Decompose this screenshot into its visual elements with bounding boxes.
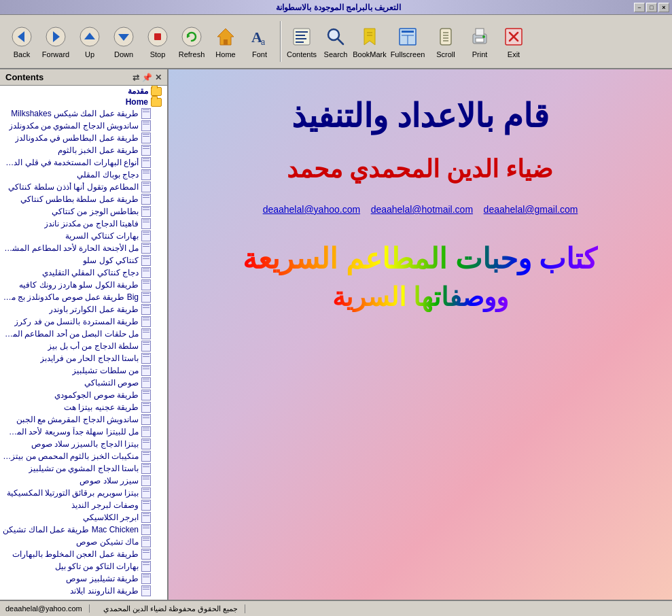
sidebar-item[interactable]: بيتزا سوبريم برقائق التورتيلا المكسيكية xyxy=(0,487,167,499)
back-button[interactable]: Back xyxy=(5,18,38,65)
sidebar-content[interactable]: مقدمةHomeطريقة عمل المك شيكس Milkshakesس… xyxy=(0,86,167,600)
forward-icon xyxy=(43,24,68,49)
svg-rect-19 xyxy=(296,38,306,39)
sidebar-item[interactable]: طريقة عمل الكوارتر باوندر xyxy=(0,303,167,315)
page-icon xyxy=(141,451,151,462)
page-icon xyxy=(141,304,151,315)
email2[interactable]: deaahelal@hotmail.com xyxy=(371,204,473,215)
page-icon xyxy=(141,524,151,535)
sidebar-item[interactable]: بطاطس الوجز من كنتاكي xyxy=(0,205,167,218)
scroll-button[interactable]: Scroll xyxy=(429,18,462,65)
sidebar-item[interactable]: من سلطات تشيلبيز xyxy=(0,364,167,377)
sidebar-item[interactable]: ساندويش الدجاج المشوي من مكدونلدز xyxy=(0,120,167,132)
sidebar-item[interactable]: طريقة المستردة بالنسل من فد ركرز xyxy=(0,315,167,328)
sidebar-item[interactable]: ساندويش الدجاج المقرمش مع الجبن xyxy=(0,413,167,426)
font-icon: A a xyxy=(247,24,272,49)
print-button[interactable]: Print xyxy=(463,18,496,65)
sidebar-item[interactable]: فاهيتا الدجاج من مكدنز ناندز xyxy=(0,218,167,230)
page-icon xyxy=(141,353,151,364)
search-label: Search xyxy=(324,50,348,58)
sidebar-item[interactable]: باستا الدجاج المشوي من تشيلبيز xyxy=(0,462,167,475)
main-title: قام بالاعداد والتنفيذ xyxy=(291,97,550,135)
sidebar-item[interactable]: مل حلقات البصل من أحد المطاعم المشهورة xyxy=(0,328,167,340)
sidebar-item[interactable]: Mac Chicken طريقة عمل الماك تشيكن xyxy=(0,524,167,536)
up-button[interactable]: Up xyxy=(73,18,106,65)
exit-button[interactable]: Exit xyxy=(497,18,530,65)
sidebar-item-label: سيزر سلاد صوص xyxy=(79,476,139,485)
sidebar-close-icon[interactable]: ✕ xyxy=(155,73,162,82)
sidebar-item[interactable]: سيزر سلاد صوص xyxy=(0,475,167,487)
window-controls[interactable]: − □ × xyxy=(634,3,669,12)
sidebar-item[interactable]: Home xyxy=(0,97,167,107)
sidebar-item[interactable]: دجاج كنتاكي المقلي التقليدي xyxy=(0,267,167,279)
close-button[interactable]: × xyxy=(658,3,669,12)
page-icon xyxy=(141,328,151,339)
sidebar-item[interactable]: مل للبيتزا سهلة جداً وسريعة لأحد المطاعم xyxy=(0,426,167,438)
sidebar-item-label: طريقة عمل البطاطس في مكدونالدز xyxy=(15,133,139,143)
sidebar-item-label: المطاعم وتقول أنها أذذن سلطة كنتاكي xyxy=(8,182,139,192)
sidebar-item[interactable]: بهارات كنتاكي السرية xyxy=(0,230,167,242)
main-area: Contents ⇄ 📌 ✕ مقدمةHomeطريقة عمل المك ش… xyxy=(0,69,672,600)
bookmark-button[interactable]: BookMark xyxy=(353,18,386,65)
sidebar-item[interactable]: طريقة الكول سلو هاردز رونك كافيه xyxy=(0,279,167,291)
font-button[interactable]: A a Font xyxy=(243,18,276,65)
refresh-button[interactable]: Refresh xyxy=(175,18,208,65)
sidebar-item[interactable]: طريقة تشيلبيز سوص xyxy=(0,572,167,585)
sidebar-item[interactable]: كنتاكي كول سلو xyxy=(0,254,167,267)
search-button[interactable]: Search xyxy=(319,18,352,65)
email3[interactable]: deaahelal@gmail.com xyxy=(484,204,578,215)
svg-line-22 xyxy=(338,39,343,44)
sidebar-item[interactable]: أنواع البهارات المستخدمة في قلي الدجاج xyxy=(0,156,167,169)
page-icon xyxy=(141,377,151,388)
email1[interactable]: deaahelal@yahoo.com xyxy=(263,204,360,215)
sidebar-item[interactable]: طريقة صوص الجوكمودي xyxy=(0,389,167,401)
minimize-button[interactable]: − xyxy=(634,3,645,12)
forward-button[interactable]: Forward xyxy=(39,18,72,65)
sidebar-item-label: كنتاكي كول سلو xyxy=(83,256,139,265)
sidebar-item[interactable]: بهارات التاكو من تاكو بيل xyxy=(0,560,167,572)
stop-button[interactable]: Stop xyxy=(141,18,174,65)
sidebar-item[interactable]: طريقة عمل الخبز بالثوم xyxy=(0,144,167,156)
sidebar-item[interactable]: طريقة عمل العجن المخلوط بالبهارات xyxy=(0,548,167,560)
svg-point-10 xyxy=(182,27,201,46)
status-email-text: deaahelal@yahoo.com xyxy=(5,604,82,613)
sidebar-item-label: طريقة عمل الخبز بالثوم xyxy=(58,146,139,155)
sidebar-controls[interactable]: ⇄ 📌 ✕ xyxy=(132,73,162,82)
sidebar-item[interactable]: طريقة النارونند ايلاند xyxy=(0,585,167,597)
page-icon xyxy=(141,561,151,572)
sidebar-item[interactable]: طريقة عجنيه بيتزا هت xyxy=(0,401,167,413)
sidebar-item[interactable]: بيتزا الدجاج بالسيزر سلاد صوص xyxy=(0,438,167,450)
sidebar-item[interactable]: مل الأجنحة الحارة لأحد المطاعم المشهورة xyxy=(0,242,167,254)
contents-button[interactable]: Contents xyxy=(285,18,318,65)
sidebar-item[interactable]: دجاج بوباك المقلي xyxy=(0,169,167,181)
sidebar-item[interactable]: سلطة الدجاج من أب بل بيز xyxy=(0,340,167,352)
sidebar-sync-icon[interactable]: ⇄ xyxy=(132,73,139,82)
sidebar-item[interactable]: ماك تشيكن صوص xyxy=(0,536,167,548)
sidebar-pin-icon[interactable]: 📌 xyxy=(142,73,152,82)
home-button[interactable]: Home xyxy=(209,18,242,65)
down-label: Down xyxy=(114,50,133,58)
page-icon xyxy=(141,341,151,352)
sidebar-item[interactable]: منكيبات الخبز بالثوم المحمص من بيتزاهت xyxy=(0,450,167,462)
svg-rect-17 xyxy=(296,31,308,33)
sidebar-item[interactable]: Big طريقة عمل صوص ماكدونلدز بج ماك xyxy=(0,291,167,303)
page-icon xyxy=(141,182,151,192)
stop-label: Stop xyxy=(150,50,166,58)
sidebar-item[interactable]: وصفات لبرجر النديذ xyxy=(0,499,167,511)
sidebar-item[interactable]: المطاعم وتقول أنها أذذن سلطة كنتاكي xyxy=(0,181,167,193)
sidebar-item[interactable]: صوص التشباكي xyxy=(0,377,167,389)
svg-rect-9 xyxy=(154,33,161,40)
sidebar-item-label: ماك تشيكن صوص xyxy=(76,537,139,547)
sidebar-item[interactable]: باستا الدجاج الحار من فرايدبز xyxy=(0,352,167,364)
sidebar-item-label: باستا الدجاج المشوي من تشيلبيز xyxy=(29,464,139,473)
sidebar-item[interactable]: طريقة عمل سلطة بطاطس كنتاكي xyxy=(0,193,167,205)
sidebar-item[interactable]: طريقة عمل البطاطس في مكدونالدز xyxy=(0,132,167,144)
maximize-button[interactable]: □ xyxy=(646,3,657,12)
sidebar-item[interactable]: مقدمة xyxy=(0,86,167,97)
down-button[interactable]: Down xyxy=(107,18,140,65)
font-label: Font xyxy=(252,50,267,58)
fullscreen-button[interactable]: Fullscreen xyxy=(387,18,428,65)
sidebar-item[interactable]: ابرجر الكلاسيكي xyxy=(0,511,167,524)
page-icon xyxy=(141,512,151,523)
sidebar-item[interactable]: طريقة عمل المك شيكس Milkshakes xyxy=(0,107,167,120)
